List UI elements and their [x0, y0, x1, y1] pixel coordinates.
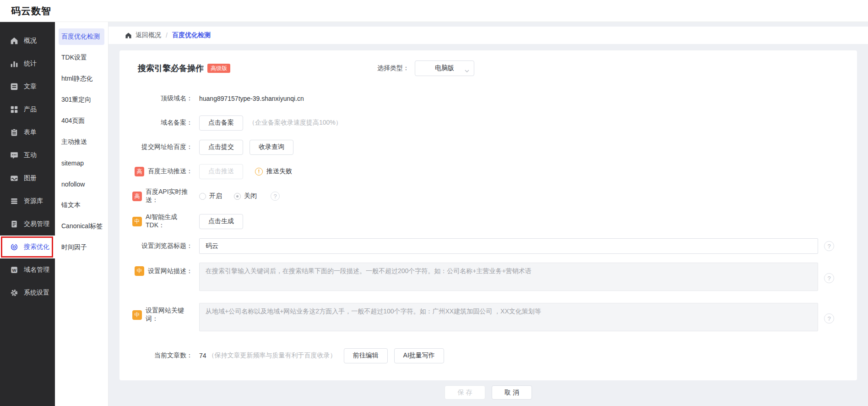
- submenu-item-anchor[interactable]: 锚文本: [59, 197, 104, 214]
- save-button[interactable]: 保 存: [445, 385, 485, 400]
- sidebar-item-trade[interactable]: 交易管理: [0, 213, 55, 236]
- row-top-domain: 顶级域名： huang897157type-39.shanxiyunqi.cn: [132, 91, 844, 106]
- sidebar-item-products[interactable]: 产品: [0, 98, 55, 121]
- sidebar-item-resources[interactable]: 资源库: [0, 190, 55, 213]
- app-logo: 码云数智: [11, 5, 51, 17]
- sidebar-item-label: 系统设置: [24, 289, 49, 297]
- priority-high-badge: 高: [132, 192, 142, 201]
- row-browser-title: 设置浏览器标题： ?: [132, 238, 844, 254]
- form-icon: [10, 128, 18, 137]
- row-beian: 域名备案： 点击备案 （企业备案收录速度提高100%）: [132, 115, 844, 131]
- cancel-button[interactable]: 取 消: [492, 385, 532, 400]
- sidebar-item-seo[interactable]: 搜索优化: [0, 236, 55, 258]
- type-selector-group: 选择类型： 电脑版: [377, 60, 474, 76]
- row-site-keywords: 中 设置网站关键词： ?: [132, 303, 844, 331]
- chevron-down-icon: [465, 67, 469, 70]
- submenu-item-tdk[interactable]: TDK设置: [59, 49, 104, 66]
- order-file-icon: [10, 220, 18, 228]
- active-push-label: 百度主动推送：: [148, 167, 193, 176]
- sidebar-item-domains[interactable]: W 域名管理: [0, 258, 55, 281]
- beian-label: 域名备案：: [132, 119, 193, 127]
- type-select-label: 选择类型：: [377, 64, 409, 72]
- article-count-hint: （保持文章更新频率与质量有利于百度收录）: [208, 351, 336, 360]
- type-select[interactable]: 电脑版: [415, 60, 474, 76]
- radio-off-label: 关闭: [244, 192, 257, 200]
- domain-w-icon: W: [10, 266, 18, 274]
- home-icon: [10, 37, 18, 45]
- type-select-value: 电脑版: [435, 64, 454, 72]
- radio-circle-icon: [234, 193, 241, 200]
- sidebar-item-label: 图册: [24, 174, 37, 182]
- sidebar-item-label: 产品: [24, 105, 37, 114]
- svg-text:W: W: [12, 268, 16, 273]
- warning-icon: !: [255, 168, 263, 176]
- ai-batch-write-button[interactable]: AI批量写作: [394, 348, 444, 363]
- panel-header: 搜索引擎必备操作 高级版 选择类型： 电脑版: [132, 50, 844, 78]
- site-description-textarea[interactable]: [199, 263, 818, 291]
- primary-sidebar: 概况 统计 文章 产品 表单: [0, 22, 55, 406]
- row-ai-tdk: 中 AI智能生成TDK： 点击生成: [132, 213, 844, 230]
- sidebar-item-overview[interactable]: 概况: [0, 29, 55, 52]
- submenu-item-baidu-check[interactable]: 百度优化检测: [59, 28, 104, 45]
- row-site-description: 中 设置网站描述： ?: [132, 263, 844, 291]
- help-icon[interactable]: ?: [824, 241, 834, 251]
- submenu-item-canonical[interactable]: Canonical标签: [59, 218, 104, 235]
- breadcrumb-home-icon[interactable]: [125, 32, 132, 39]
- submenu-item-301[interactable]: 301重定向: [59, 92, 104, 108]
- row-submit-url: 提交网址给百度： 点击提交 收录查询: [132, 139, 844, 155]
- sidebar-item-label: 统计: [24, 60, 37, 68]
- sidebar-item-label: 表单: [24, 128, 37, 137]
- radio-on[interactable]: 开启: [199, 192, 222, 200]
- site-keywords-textarea[interactable]: [199, 303, 818, 331]
- help-icon[interactable]: ?: [824, 273, 834, 283]
- beian-hint: （企业备案收录速度提高100%）: [249, 119, 342, 127]
- sidebar-item-forms[interactable]: 表单: [0, 121, 55, 144]
- browser-title-label: 设置浏览器标题：: [132, 242, 193, 250]
- api-push-label: 百度API实时推送：: [146, 188, 193, 204]
- secondary-sidebar: 百度优化检测 TDK设置 html静态化 301重定向 404页面 主动推送 s…: [55, 22, 108, 406]
- help-icon[interactable]: ?: [271, 192, 280, 201]
- breadcrumb-separator: /: [166, 32, 168, 39]
- gallery-icon: [10, 174, 18, 182]
- sidebar-item-label: 搜索优化: [24, 243, 49, 251]
- go-edit-button[interactable]: 前往编辑: [344, 348, 388, 363]
- sidebar-item-label: 互动: [24, 151, 37, 159]
- stats-icon: [10, 60, 18, 68]
- ai-tdk-label: AI智能生成TDK：: [146, 213, 193, 230]
- product-icon: [10, 105, 18, 114]
- article-icon: [10, 82, 18, 91]
- top-header: 码云数智: [0, 0, 868, 22]
- sidebar-item-settings[interactable]: 系统设置: [0, 281, 55, 304]
- submenu-item-sitemap[interactable]: sitemap: [59, 155, 104, 171]
- row-api-push: 高 百度API实时推送： 开启 关闭: [132, 188, 844, 204]
- article-count-label: 当前文章数：: [132, 351, 193, 360]
- article-count-value: 74: [199, 352, 206, 359]
- submenu-item-active-push[interactable]: 主动推送: [59, 134, 104, 150]
- priority-mid-badge: 中: [135, 266, 144, 276]
- push-button-disabled[interactable]: 点击推送: [199, 164, 243, 179]
- radio-off[interactable]: 关闭: [234, 192, 257, 200]
- submit-url-button[interactable]: 点击提交: [199, 140, 243, 155]
- priority-mid-badge: 中: [132, 217, 142, 226]
- submenu-item-html-static[interactable]: html静态化: [59, 71, 104, 87]
- sidebar-item-articles[interactable]: 文章: [0, 75, 55, 98]
- help-icon[interactable]: ?: [824, 313, 834, 324]
- sidebar-item-interaction[interactable]: 互动: [0, 144, 55, 167]
- row-article-count: 当前文章数： 74 （保持文章更新频率与质量有利于百度收录） 前往编辑 AI批量…: [132, 348, 844, 363]
- beian-button[interactable]: 点击备案: [199, 115, 243, 131]
- seo-panel: 搜索引擎必备操作 高级版 选择类型： 电脑版 顶级域名：: [119, 50, 857, 380]
- sidebar-item-gallery[interactable]: 图册: [0, 167, 55, 190]
- submenu-item-time-factor[interactable]: 时间因子: [59, 239, 104, 256]
- seo-form: 顶级域名： huang897157type-39.shanxiyunqi.cn …: [132, 91, 844, 400]
- index-query-button[interactable]: 收录查询: [250, 140, 293, 155]
- panel-title: 搜索引擎必备操作: [138, 63, 204, 74]
- sidebar-item-label: 域名管理: [24, 266, 49, 274]
- generate-tdk-button[interactable]: 点击生成: [199, 214, 243, 229]
- submenu-item-404[interactable]: 404页面: [59, 113, 104, 129]
- gear-icon: [10, 289, 18, 297]
- browser-title-input[interactable]: [199, 238, 818, 254]
- sidebar-item-stats[interactable]: 统计: [0, 52, 55, 75]
- submit-url-label: 提交网址给百度：: [132, 143, 193, 151]
- submenu-item-nofollow[interactable]: nofollow: [59, 176, 104, 192]
- breadcrumb-back-link[interactable]: 返回概况: [136, 31, 161, 39]
